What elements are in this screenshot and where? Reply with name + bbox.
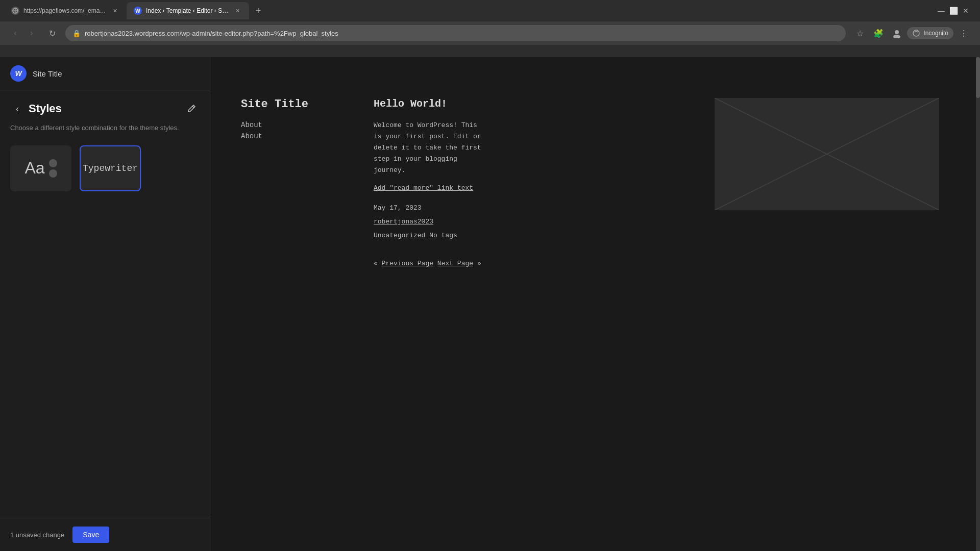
address-bar[interactable]: 🔒 robertjonas2023.wordpress.com/wp-admin…: [65, 25, 846, 41]
tab-bar: https://pageflows.com/_emails/ ✕ W Index…: [0, 0, 980, 21]
maximize-button[interactable]: ⬜: [949, 7, 958, 15]
nav-item-1: About: [241, 121, 343, 129]
incognito-label: Incognito: [923, 30, 948, 37]
preview-date: May 17, 2023: [374, 204, 694, 212]
preview-nav: About About: [241, 121, 343, 140]
address-text: robertjonas2023.wordpress.com/wp-admin/s…: [85, 30, 839, 37]
nav-item-2: About: [241, 132, 343, 140]
preview-post-title: Hello World!: [374, 98, 694, 110]
site-title: Site Title: [33, 69, 62, 78]
incognito-button[interactable]: Incognito: [907, 27, 953, 39]
preview-scroll-area[interactable]: Site Title About About Hello World! Welc…: [210, 57, 980, 551]
typewriter-label: Typewriter: [83, 163, 138, 173]
preview-pagination: « Previous Page Next Page »: [374, 260, 694, 267]
preview-categories: Uncategorized No tags: [374, 232, 694, 239]
nav-bar: ‹ › ↻ 🔒 robertjonas2023.wordpress.com/wp…: [0, 21, 980, 45]
new-tab-button[interactable]: +: [251, 4, 265, 18]
main-preview: Site Title About About Hello World! Welc…: [210, 57, 980, 551]
preview-featured-image: [715, 98, 939, 210]
next-page-link: Next Page: [437, 260, 473, 267]
profile-button[interactable]: [889, 25, 905, 41]
save-button[interactable]: Save: [72, 527, 109, 543]
default-style-preview: Aa: [24, 159, 57, 178]
lock-icon: 🔒: [72, 30, 81, 37]
style-option-default[interactable]: Aa: [10, 145, 71, 191]
aa-text: Aa: [24, 159, 44, 178]
app-container: W Site Title ‹ Styles Choose a different…: [0, 57, 980, 551]
pagination-prefix: «: [374, 260, 382, 267]
tab-pageflows[interactable]: https://pageflows.com/_emails/ ✕: [4, 2, 127, 19]
edit-styles-button[interactable]: [183, 101, 200, 117]
nav-arrows: ‹ ›: [8, 26, 39, 40]
preview-left-col: Site Title About About: [241, 98, 343, 267]
panel-header: ‹ Styles: [0, 90, 210, 123]
preview-right-col: Hello World! Welcome to WordPress! Thisi…: [374, 98, 939, 267]
reload-button[interactable]: ↻: [45, 26, 59, 40]
style-option-typewriter[interactable]: Typewriter: [80, 145, 141, 191]
browser-chrome: https://pageflows.com/_emails/ ✕ W Index…: [0, 0, 980, 57]
sidebar-header: W Site Title: [0, 57, 210, 90]
more-menu-button[interactable]: ⋮: [955, 25, 972, 41]
svg-line-6: [192, 106, 194, 108]
panel-description: Choose a different style combination for…: [0, 123, 210, 145]
back-button[interactable]: ‹: [10, 102, 24, 116]
minimize-button[interactable]: —: [937, 7, 945, 15]
extensions-button[interactable]: 🧩: [870, 25, 887, 41]
tab1-favicon: [11, 7, 19, 15]
tab1-close[interactable]: ✕: [110, 6, 119, 15]
scrollbar-track[interactable]: [976, 57, 980, 551]
bookmark-button[interactable]: ☆: [852, 25, 868, 41]
style-options: Aa Typewriter: [0, 145, 210, 191]
scrollbar-thumb[interactable]: [976, 57, 980, 98]
preview-post-body: Welcome to WordPress! Thisis your first …: [374, 120, 694, 176]
forward-arrow[interactable]: ›: [24, 26, 39, 40]
category-link: Uncategorized: [374, 232, 425, 239]
panel-title: Styles: [29, 102, 179, 115]
sidebar: W Site Title ‹ Styles Choose a different…: [0, 57, 210, 551]
tags-text: No tags: [429, 232, 457, 239]
unsaved-changes-text: 1 unsaved change: [10, 531, 64, 539]
preview-content: Site Title About About Hello World! Welc…: [210, 57, 980, 551]
preview-author: robertjonas2023: [374, 218, 694, 226]
tab2-favicon: W: [134, 7, 142, 15]
pagination-suffix: »: [477, 260, 481, 267]
tab1-title: https://pageflows.com/_emails/: [23, 7, 106, 14]
tab-wordpress[interactable]: W Index ‹ Template ‹ Editor ‹ Site Ti… ✕: [127, 2, 249, 19]
prev-page-link: Previous Page: [382, 260, 433, 267]
wp-logo: W: [10, 65, 27, 82]
window-controls: — ⬜ ✕: [937, 7, 976, 15]
preview-site-title: Site Title: [241, 98, 343, 111]
sidebar-footer: 1 unsaved change Save: [0, 518, 210, 551]
preview-read-more: Add "read more" link text: [374, 184, 694, 192]
aa-dot-1: [49, 159, 57, 167]
svg-point-3: [895, 30, 899, 34]
nav-actions: ☆ 🧩 Incognito ⋮: [852, 25, 972, 41]
aa-dot-2: [49, 169, 57, 178]
tab2-close[interactable]: ✕: [233, 6, 242, 15]
close-window-button[interactable]: ✕: [962, 7, 970, 15]
svg-point-4: [893, 35, 900, 38]
tab2-title: Index ‹ Template ‹ Editor ‹ Site Ti…: [146, 7, 229, 14]
back-arrow[interactable]: ‹: [8, 26, 22, 40]
aa-dots: [49, 159, 57, 178]
preview-post-area: Hello World! Welcome to WordPress! Thisi…: [374, 98, 694, 267]
